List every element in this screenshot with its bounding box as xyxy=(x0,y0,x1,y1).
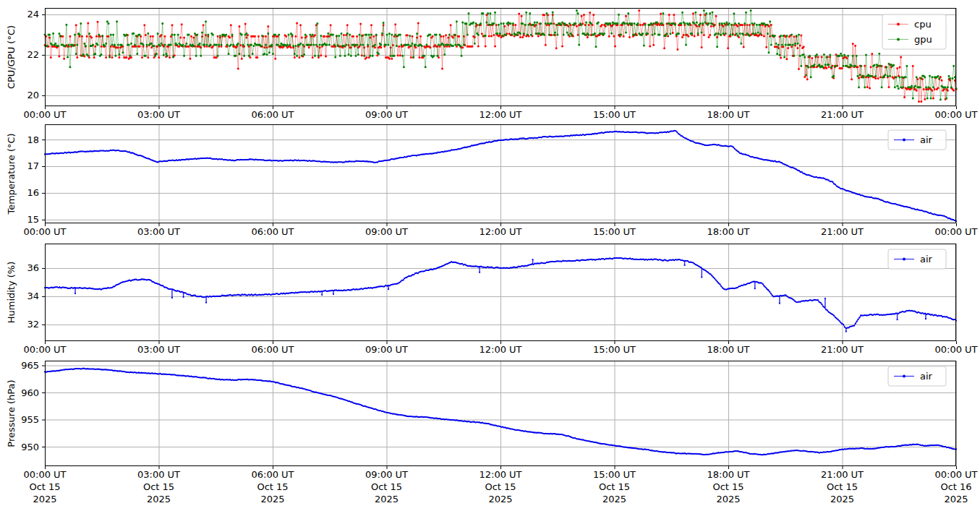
y-tick-label: 15 xyxy=(27,214,39,225)
x-tick-label: 00:00 UT xyxy=(23,469,66,480)
x-tick-label: 2025 xyxy=(375,494,399,504)
x-tick-label: 00:00 UT xyxy=(934,344,977,355)
legend-marker-air xyxy=(903,139,906,142)
x-tick-label: Oct 15 xyxy=(257,481,288,492)
x-tick-label: 2025 xyxy=(147,494,171,504)
x-tick-label: Oct 16 xyxy=(940,481,971,492)
x-tick-label: 18:00 UT xyxy=(707,226,749,237)
x-tick-label: 21:00 UT xyxy=(821,469,864,480)
y-tick-label: 36 xyxy=(27,262,39,273)
legend-marker-cpu xyxy=(897,23,900,26)
legend-label-air: air xyxy=(920,134,933,145)
x-tick-label: 18:00 UT xyxy=(707,344,749,355)
x-tick-label: 03:00 UT xyxy=(137,344,180,355)
x-ticks-pressure: 00:00 UTOct 15202503:00 UTOct 15202506:0… xyxy=(23,466,977,504)
x-tick-label: Oct 15 xyxy=(371,481,402,492)
weather-telemetry-figure: 20222400:00 UT03:00 UT06:00 UT09:00 UT12… xyxy=(0,0,980,511)
x-tick-label: 2025 xyxy=(830,494,854,504)
grid-pressure xyxy=(45,361,957,466)
x-tick-label: 15:00 UT xyxy=(593,109,636,120)
y-tick-label: 17 xyxy=(27,160,39,171)
y-tick-label: 965 xyxy=(21,360,39,371)
x-tick-label: Oct 15 xyxy=(599,481,630,492)
x-ticks-humidity: 00:00 UT03:00 UT06:00 UT09:00 UT12:00 UT… xyxy=(23,341,977,355)
x-tick-label: 00:00 UT xyxy=(934,469,977,480)
x-tick-label: 2025 xyxy=(716,494,740,504)
legend-temperature: air xyxy=(888,130,946,150)
legend-label-cpu: cpu xyxy=(914,19,932,30)
x-tick-label: 15:00 UT xyxy=(593,344,636,355)
y-tick-label: 22 xyxy=(27,49,39,60)
legend-marker-air xyxy=(903,375,906,378)
y-ticks-humidity: 323436 xyxy=(27,262,45,330)
y-tick-label: 18 xyxy=(27,134,39,145)
legend-marker-gpu xyxy=(897,38,900,41)
x-tick-label: 12:00 UT xyxy=(479,469,521,480)
y-ticks-pressure: 950955960965 xyxy=(21,360,45,452)
x-tick-label: 00:00 UT xyxy=(23,344,66,355)
x-tick-label: 21:00 UT xyxy=(821,226,864,237)
x-tick-label: 2025 xyxy=(488,494,512,504)
x-tick-label: 12:00 UT xyxy=(479,226,521,237)
panel-cpu-gpu: 20222400:00 UT03:00 UT06:00 UT09:00 UT12… xyxy=(6,8,978,120)
legend-label-gpu: gpu xyxy=(914,34,932,45)
x-tick-label: 12:00 UT xyxy=(479,344,521,355)
y-tick-label: 20 xyxy=(27,90,39,100)
x-tick-label: 06:00 UT xyxy=(251,109,294,120)
y-tick-label: 24 xyxy=(27,9,39,20)
panel-humidity: 32343600:00 UT03:00 UT06:00 UT09:00 UT12… xyxy=(6,244,978,355)
x-tick-label: Oct 15 xyxy=(485,481,516,492)
x-tick-label: 09:00 UT xyxy=(365,469,408,480)
x-tick-label: 12:00 UT xyxy=(479,109,521,120)
x-tick-label: 2025 xyxy=(602,494,626,504)
x-tick-label: Oct 15 xyxy=(827,481,858,492)
x-ticks-cpu-gpu: 00:00 UT03:00 UT06:00 UT09:00 UT12:00 UT… xyxy=(23,106,977,120)
x-tick-label: 09:00 UT xyxy=(365,226,408,237)
y-tick-label: 16 xyxy=(27,187,39,198)
x-tick-label: 06:00 UT xyxy=(251,344,294,355)
y-axis-label-temperature: Temperature (°C) xyxy=(6,133,17,215)
x-tick-label: 15:00 UT xyxy=(593,469,636,480)
legend-label-air: air xyxy=(920,254,933,265)
x-tick-label: 09:00 UT xyxy=(365,109,408,120)
legend-cpu-gpu: cpugpu xyxy=(882,14,946,49)
legend-humidity: air xyxy=(888,249,946,269)
panel-pressure: 95095596096500:00 UTOct 15202503:00 UTOc… xyxy=(6,360,978,504)
x-tick-label: Oct 15 xyxy=(143,481,174,492)
legend-marker-air xyxy=(903,258,906,261)
x-tick-label: 2025 xyxy=(33,494,56,504)
y-tick-label: 960 xyxy=(21,387,39,398)
y-axis-label-cpu-gpu: CPU/GPU (°C) xyxy=(6,25,17,89)
legend-label-air: air xyxy=(920,371,933,382)
x-tick-label: 03:00 UT xyxy=(137,469,180,480)
x-tick-label: 03:00 UT xyxy=(137,226,180,237)
x-tick-label: 18:00 UT xyxy=(707,469,749,480)
x-tick-label: 06:00 UT xyxy=(251,226,294,237)
y-tick-label: 955 xyxy=(21,414,39,425)
x-tick-label: 00:00 UT xyxy=(23,226,66,237)
x-tick-label: 21:00 UT xyxy=(821,109,864,120)
y-tick-label: 950 xyxy=(21,442,39,452)
x-tick-label: 21:00 UT xyxy=(821,344,864,355)
x-tick-label: 00:00 UT xyxy=(934,109,977,120)
y-ticks-temperature: 15161718 xyxy=(27,134,45,226)
x-tick-label: 15:00 UT xyxy=(593,226,636,237)
x-tick-label: 18:00 UT xyxy=(707,109,749,120)
x-tick-label: Oct 15 xyxy=(29,481,60,492)
grid-temperature xyxy=(45,124,957,223)
y-tick-label: 32 xyxy=(27,319,39,330)
x-tick-label: 09:00 UT xyxy=(365,344,408,355)
legend-pressure: air xyxy=(888,366,946,386)
x-ticks-temperature: 00:00 UT03:00 UT06:00 UT09:00 UT12:00 UT… xyxy=(23,223,977,237)
x-tick-label: 06:00 UT xyxy=(251,469,294,480)
x-tick-label: Oct 15 xyxy=(712,481,743,492)
x-tick-label: 2025 xyxy=(260,494,284,504)
chart-canvas: 20222400:00 UT03:00 UT06:00 UT09:00 UT12… xyxy=(0,0,980,511)
y-ticks-cpu-gpu: 202224 xyxy=(27,9,45,100)
y-axis-label-pressure: Pressure (hPa) xyxy=(6,379,17,447)
y-tick-label: 34 xyxy=(27,291,39,301)
panel-temperature: 1516171800:00 UT03:00 UT06:00 UT09:00 UT… xyxy=(6,124,978,237)
x-tick-label: 2025 xyxy=(944,494,968,504)
x-tick-label: 00:00 UT xyxy=(23,109,66,120)
y-axis-label-humidity: Humidity (%) xyxy=(6,262,17,324)
